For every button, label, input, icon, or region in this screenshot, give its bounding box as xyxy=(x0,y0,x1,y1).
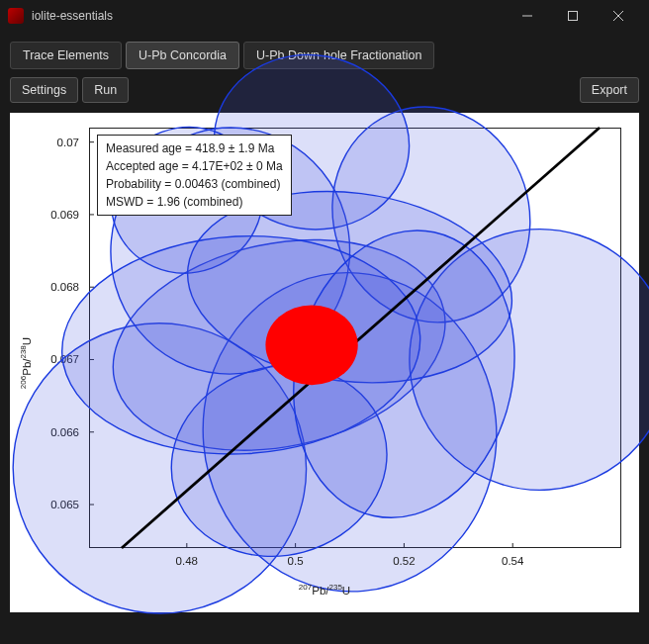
info-mswd: MSWD = 1.96 (combined) xyxy=(106,193,283,211)
title-bar: iolite-essentials xyxy=(0,0,649,32)
window-title: iolite-essentials xyxy=(32,9,505,23)
export-button[interactable]: Export xyxy=(580,77,639,103)
svg-rect-1 xyxy=(569,12,578,21)
tab-u-pb-concordia[interactable]: U-Pb Concordia xyxy=(126,42,239,69)
y-tick-label: 0.07 xyxy=(57,137,79,148)
maximize-button[interactable] xyxy=(550,0,596,32)
content-area: Trace Elements U-Pb Concordia U-Pb Down-… xyxy=(0,32,649,622)
y-tick-label: 0.069 xyxy=(50,209,79,221)
svg-point-28 xyxy=(265,306,357,386)
info-measured-age: Measured age = 418.9 ± 1.9 Ma xyxy=(106,139,283,157)
chart-frame: 206Pb/238U 0.0650.0660.0670.0680.0690.07… xyxy=(10,113,639,612)
minimize-button[interactable] xyxy=(505,0,550,32)
x-tick-label: 0.52 xyxy=(393,555,415,567)
x-tick-label: 0.48 xyxy=(176,555,198,567)
x-tick-label: 0.54 xyxy=(502,555,523,567)
app-icon xyxy=(8,8,24,24)
settings-button[interactable]: Settings xyxy=(10,77,78,103)
tab-trace-elements[interactable]: Trace Elements xyxy=(10,42,122,69)
run-button[interactable]: Run xyxy=(82,77,129,103)
info-accepted-age: Accepted age = 4.17E+02 ± 0 Ma xyxy=(106,157,283,175)
y-tick-label: 0.068 xyxy=(50,281,79,293)
window-controls xyxy=(505,0,641,32)
close-button[interactable] xyxy=(596,0,641,32)
x-axis-ticks: 0.480.50.520.54 xyxy=(89,555,621,571)
stats-info-box: Measured age = 418.9 ± 1.9 Ma Accepted a… xyxy=(97,135,292,216)
info-probability: Probability = 0.00463 (combined) xyxy=(106,175,283,193)
x-tick-label: 0.5 xyxy=(288,555,304,567)
x-axis-label: 207Pb/235U xyxy=(299,583,350,597)
